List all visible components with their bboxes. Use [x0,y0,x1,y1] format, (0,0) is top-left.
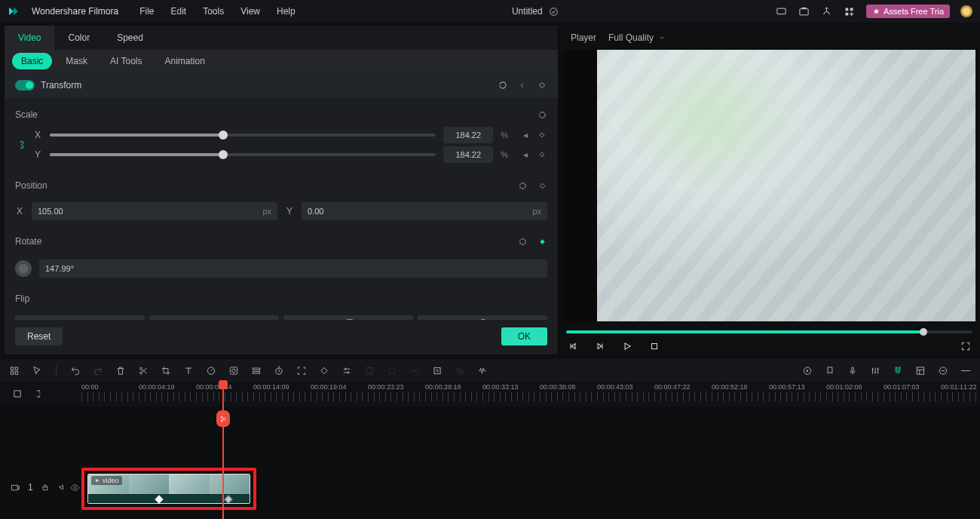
prev-keyframe-icon[interactable] [517,80,528,91]
position-kf-icon[interactable] [537,180,547,191]
svg-point-25 [232,369,236,373]
marker-icon[interactable] [825,365,835,376]
timeline-toolbar: — [0,359,980,382]
reset-icon[interactable] [498,80,508,91]
mixer-icon[interactable] [870,365,880,376]
track-settings-icon[interactable] [12,388,23,399]
magnet-icon[interactable] [893,365,903,376]
menu-edit[interactable]: Edit [171,6,187,17]
scale-x-prev-kf-icon[interactable]: ◂ [520,130,531,140]
project-title[interactable]: Untitled [512,6,543,17]
scale-label: Scale [15,109,38,120]
tool-a-icon[interactable] [364,365,375,376]
rotate-input[interactable]: 147.99° [39,260,547,278]
display-icon[interactable] [776,5,788,17]
color-icon[interactable] [228,365,239,376]
undo-icon[interactable] [70,365,81,376]
subtab-animation[interactable]: Animation [155,53,213,69]
position-x-input[interactable]: 105.00px [32,202,277,220]
timeline-tracks[interactable]: 1 1 video [0,406,980,519]
stop-icon[interactable] [649,341,660,352]
fullscreen-icon[interactable] [960,341,971,352]
text-icon[interactable] [183,365,194,376]
toolbar-cursor-icon[interactable] [32,365,42,376]
apps-icon[interactable] [844,5,856,17]
layout-icon[interactable] [915,365,926,376]
tab-color[interactable]: Color [54,26,103,50]
tool-c-icon[interactable] [409,365,420,376]
playhead-split-icon[interactable] [216,410,230,427]
speed-dial-icon[interactable] [206,365,216,376]
track-icon[interactable] [251,365,262,376]
adjust-icon[interactable] [341,365,352,376]
menu-view[interactable]: View [240,6,260,17]
subtab-mask[interactable]: Mask [57,53,96,69]
voiceover-icon[interactable] [847,365,858,376]
delete-icon[interactable] [115,365,126,376]
timeline-ruler[interactable]: 00:00 00:00:04:19 00:00:09:14 00:00:14:0… [0,382,980,406]
expand-icon[interactable] [296,365,307,376]
ok-button[interactable]: OK [501,327,547,345]
rotate-dial[interactable] [15,260,32,277]
audio-wave-icon[interactable] [477,365,488,376]
keyframe-marker-icon[interactable] [224,495,232,503]
scale-x-slider[interactable] [50,134,436,137]
scale-y-kf-icon[interactable] [537,149,547,160]
step-back-icon[interactable] [568,341,578,352]
scale-reset-icon[interactable] [537,109,547,120]
video-clip[interactable]: video [87,474,250,504]
reset-button[interactable]: Reset [15,327,63,345]
visibility-icon[interactable] [69,482,80,493]
step-forward-icon[interactable] [595,341,605,352]
link-tracks-icon[interactable] [33,388,44,399]
split-icon[interactable] [138,365,149,376]
assets-free-trial-button[interactable]: Assets Free Tria [866,5,950,18]
snapshot-icon[interactable] [798,5,810,17]
player-scrubber[interactable] [566,330,972,333]
video-preview[interactable] [563,50,975,321]
mute-track-icon[interactable] [58,482,68,493]
crop-icon[interactable] [161,365,171,376]
cloud-sync-icon[interactable] [549,6,559,17]
scale-x-value[interactable]: 184.22 [443,127,493,143]
clip-keyframe-bar[interactable] [88,494,250,503]
zoom-out-icon[interactable] [938,365,948,376]
toolbar-default-icon[interactable] [9,365,20,376]
user-avatar[interactable] [960,5,972,17]
position-y-input[interactable]: 0.00px [302,202,547,220]
keyframe-marker-icon[interactable] [155,495,163,503]
tool-b-icon[interactable] [387,365,397,376]
export-icon[interactable] [821,5,833,17]
scale-y-prev-kf-icon[interactable]: ◂ [520,149,531,160]
rotate-reset-icon[interactable] [517,236,528,247]
player-quality-select[interactable]: Full Quality [608,32,666,43]
svg-point-21 [140,367,142,370]
scale-y-slider[interactable] [50,153,436,156]
subtab-ai-tools[interactable]: AI Tools [101,53,151,69]
scale-y-value[interactable]: 184.22 [443,146,493,163]
subtab-basic[interactable]: Basic [12,53,52,69]
lock-track-icon[interactable] [41,482,51,493]
redo-icon[interactable] [93,365,103,376]
timer-icon[interactable] [274,365,284,376]
tab-speed[interactable]: Speed [103,26,157,50]
position-reset-icon[interactable] [517,180,528,191]
zoom-slider-icon[interactable]: — [960,365,971,376]
tool-d-icon[interactable] [432,365,443,376]
app-name: Wondershare Filmora [32,6,118,17]
keyframe-icon[interactable] [537,80,547,91]
svg-rect-24 [230,367,237,373]
keyframe-tool-icon[interactable] [319,365,329,376]
tab-video[interactable]: Video [5,26,54,50]
menu-file[interactable]: File [139,6,154,17]
link-scale-icon[interactable] [17,140,27,150]
transform-toggle[interactable] [15,80,35,91]
play-icon[interactable] [622,341,632,352]
menu-help[interactable]: Help [277,6,296,17]
rotate-kf-active-icon[interactable] [537,236,547,247]
playhead[interactable] [222,382,224,519]
scale-x-kf-icon[interactable] [537,130,547,140]
menu-tools[interactable]: Tools [203,6,224,17]
tool-e-icon[interactable] [455,365,465,376]
render-icon[interactable] [802,365,813,376]
